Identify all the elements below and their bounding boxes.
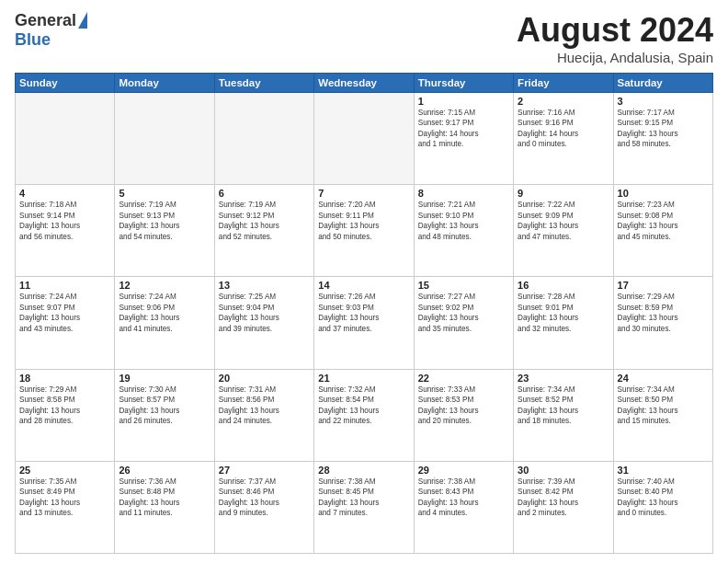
day-number: 3 <box>618 96 709 107</box>
day-info: Sunrise: 7:15 AMSunset: 9:17 PMDaylight:… <box>418 108 509 150</box>
calendar-cell: 28Sunrise: 7:38 AMSunset: 8:45 PMDayligh… <box>314 461 414 553</box>
day-number: 30 <box>518 465 609 476</box>
day-info: Sunrise: 7:38 AMSunset: 8:45 PMDaylight:… <box>318 477 409 519</box>
calendar-cell: 22Sunrise: 7:33 AMSunset: 8:53 PMDayligh… <box>414 369 513 461</box>
day-number: 26 <box>119 465 210 476</box>
day-number: 8 <box>418 188 509 199</box>
day-number: 12 <box>119 280 210 291</box>
day-info: Sunrise: 7:16 AMSunset: 9:16 PMDaylight:… <box>518 108 609 150</box>
calendar-cell: 4Sunrise: 7:18 AMSunset: 9:14 PMDaylight… <box>16 185 115 277</box>
calendar-cell: 3Sunrise: 7:17 AMSunset: 9:15 PMDaylight… <box>613 93 712 185</box>
day-number: 16 <box>518 280 609 291</box>
calendar-cell: 27Sunrise: 7:37 AMSunset: 8:46 PMDayligh… <box>214 461 313 553</box>
calendar-cell: 30Sunrise: 7:39 AMSunset: 8:42 PMDayligh… <box>514 461 613 553</box>
title-block: August 2024 Huecija, Andalusia, Spain <box>517 11 713 65</box>
day-number: 5 <box>119 188 210 199</box>
calendar-cell: 7Sunrise: 7:20 AMSunset: 9:11 PMDaylight… <box>314 185 414 277</box>
day-info: Sunrise: 7:25 AMSunset: 9:04 PMDaylight:… <box>219 292 310 334</box>
day-info: Sunrise: 7:31 AMSunset: 8:56 PMDaylight:… <box>219 385 310 427</box>
logo: General Blue <box>15 11 87 50</box>
day-number: 2 <box>518 96 609 107</box>
calendar-week-3: 11Sunrise: 7:24 AMSunset: 9:07 PMDayligh… <box>16 277 713 369</box>
calendar-cell: 6Sunrise: 7:19 AMSunset: 9:12 PMDaylight… <box>214 185 313 277</box>
day-info: Sunrise: 7:40 AMSunset: 8:40 PMDaylight:… <box>618 477 709 519</box>
day-info: Sunrise: 7:39 AMSunset: 8:42 PMDaylight:… <box>518 477 609 519</box>
col-wednesday: Wednesday <box>314 74 414 93</box>
day-number: 14 <box>318 280 409 291</box>
calendar-cell: 26Sunrise: 7:36 AMSunset: 8:48 PMDayligh… <box>115 461 214 553</box>
day-number: 27 <box>219 465 310 476</box>
day-number: 4 <box>19 188 110 199</box>
day-info: Sunrise: 7:23 AMSunset: 9:08 PMDaylight:… <box>618 200 709 242</box>
calendar-cell: 21Sunrise: 7:32 AMSunset: 8:54 PMDayligh… <box>314 369 414 461</box>
day-number: 28 <box>318 465 409 476</box>
calendar-cell: 24Sunrise: 7:34 AMSunset: 8:50 PMDayligh… <box>613 369 712 461</box>
calendar-cell <box>16 93 115 185</box>
day-number: 31 <box>618 465 709 476</box>
calendar-cell: 19Sunrise: 7:30 AMSunset: 8:57 PMDayligh… <box>115 369 214 461</box>
calendar-cell: 10Sunrise: 7:23 AMSunset: 9:08 PMDayligh… <box>613 185 712 277</box>
calendar-location: Huecija, Andalusia, Spain <box>517 50 713 65</box>
day-info: Sunrise: 7:34 AMSunset: 8:50 PMDaylight:… <box>618 385 709 427</box>
day-info: Sunrise: 7:38 AMSunset: 8:43 PMDaylight:… <box>418 477 509 519</box>
col-tuesday: Tuesday <box>214 74 313 93</box>
day-info: Sunrise: 7:19 AMSunset: 9:13 PMDaylight:… <box>119 200 210 242</box>
day-info: Sunrise: 7:28 AMSunset: 9:01 PMDaylight:… <box>518 292 609 334</box>
day-info: Sunrise: 7:37 AMSunset: 8:46 PMDaylight:… <box>219 477 310 519</box>
calendar-title: August 2024 <box>517 11 713 50</box>
calendar-cell: 1Sunrise: 7:15 AMSunset: 9:17 PMDaylight… <box>414 93 513 185</box>
day-number: 20 <box>219 373 310 384</box>
day-info: Sunrise: 7:27 AMSunset: 9:02 PMDaylight:… <box>418 292 509 334</box>
calendar-cell: 9Sunrise: 7:22 AMSunset: 9:09 PMDaylight… <box>514 185 613 277</box>
calendar-cell: 29Sunrise: 7:38 AMSunset: 8:43 PMDayligh… <box>414 461 513 553</box>
calendar-table: Sunday Monday Tuesday Wednesday Thursday… <box>15 73 713 554</box>
col-saturday: Saturday <box>613 74 712 93</box>
day-info: Sunrise: 7:17 AMSunset: 9:15 PMDaylight:… <box>618 108 709 150</box>
col-sunday: Sunday <box>16 74 115 93</box>
calendar-cell: 16Sunrise: 7:28 AMSunset: 9:01 PMDayligh… <box>514 277 613 369</box>
day-info: Sunrise: 7:21 AMSunset: 9:10 PMDaylight:… <box>418 200 509 242</box>
day-number: 11 <box>19 280 110 291</box>
day-number: 18 <box>19 373 110 384</box>
day-info: Sunrise: 7:26 AMSunset: 9:03 PMDaylight:… <box>318 292 409 334</box>
day-number: 1 <box>418 96 509 107</box>
day-info: Sunrise: 7:30 AMSunset: 8:57 PMDaylight:… <box>119 385 210 427</box>
day-info: Sunrise: 7:18 AMSunset: 9:14 PMDaylight:… <box>19 200 110 242</box>
day-number: 21 <box>318 373 409 384</box>
calendar-cell <box>214 93 313 185</box>
page: General Blue August 2024 Huecija, Andalu… <box>0 0 728 563</box>
logo-triangle-icon <box>78 12 87 29</box>
day-info: Sunrise: 7:20 AMSunset: 9:11 PMDaylight:… <box>318 200 409 242</box>
calendar-cell <box>115 93 214 185</box>
calendar-cell: 23Sunrise: 7:34 AMSunset: 8:52 PMDayligh… <box>514 369 613 461</box>
day-number: 6 <box>219 188 310 199</box>
day-info: Sunrise: 7:24 AMSunset: 9:07 PMDaylight:… <box>19 292 110 334</box>
calendar-cell: 18Sunrise: 7:29 AMSunset: 8:58 PMDayligh… <box>16 369 115 461</box>
day-number: 10 <box>618 188 709 199</box>
day-number: 24 <box>618 373 709 384</box>
day-info: Sunrise: 7:32 AMSunset: 8:54 PMDaylight:… <box>318 385 409 427</box>
day-number: 15 <box>418 280 509 291</box>
calendar-cell <box>314 93 414 185</box>
col-monday: Monday <box>115 74 214 93</box>
day-number: 25 <box>19 465 110 476</box>
calendar-cell: 25Sunrise: 7:35 AMSunset: 8:49 PMDayligh… <box>16 461 115 553</box>
day-info: Sunrise: 7:36 AMSunset: 8:48 PMDaylight:… <box>119 477 210 519</box>
day-info: Sunrise: 7:29 AMSunset: 8:59 PMDaylight:… <box>618 292 709 334</box>
calendar-cell: 12Sunrise: 7:24 AMSunset: 9:06 PMDayligh… <box>115 277 214 369</box>
calendar-cell: 20Sunrise: 7:31 AMSunset: 8:56 PMDayligh… <box>214 369 313 461</box>
calendar-week-5: 25Sunrise: 7:35 AMSunset: 8:49 PMDayligh… <box>16 461 713 553</box>
calendar-cell: 11Sunrise: 7:24 AMSunset: 9:07 PMDayligh… <box>16 277 115 369</box>
day-info: Sunrise: 7:22 AMSunset: 9:09 PMDaylight:… <box>518 200 609 242</box>
calendar-cell: 31Sunrise: 7:40 AMSunset: 8:40 PMDayligh… <box>613 461 712 553</box>
header-row: Sunday Monday Tuesday Wednesday Thursday… <box>16 74 713 93</box>
calendar-cell: 2Sunrise: 7:16 AMSunset: 9:16 PMDaylight… <box>514 93 613 185</box>
calendar-cell: 5Sunrise: 7:19 AMSunset: 9:13 PMDaylight… <box>115 185 214 277</box>
calendar-cell: 13Sunrise: 7:25 AMSunset: 9:04 PMDayligh… <box>214 277 313 369</box>
day-number: 7 <box>318 188 409 199</box>
day-info: Sunrise: 7:24 AMSunset: 9:06 PMDaylight:… <box>119 292 210 334</box>
logo-blue: Blue <box>15 30 51 50</box>
day-number: 17 <box>618 280 709 291</box>
day-info: Sunrise: 7:29 AMSunset: 8:58 PMDaylight:… <box>19 385 110 427</box>
calendar-week-1: 1Sunrise: 7:15 AMSunset: 9:17 PMDaylight… <box>16 93 713 185</box>
